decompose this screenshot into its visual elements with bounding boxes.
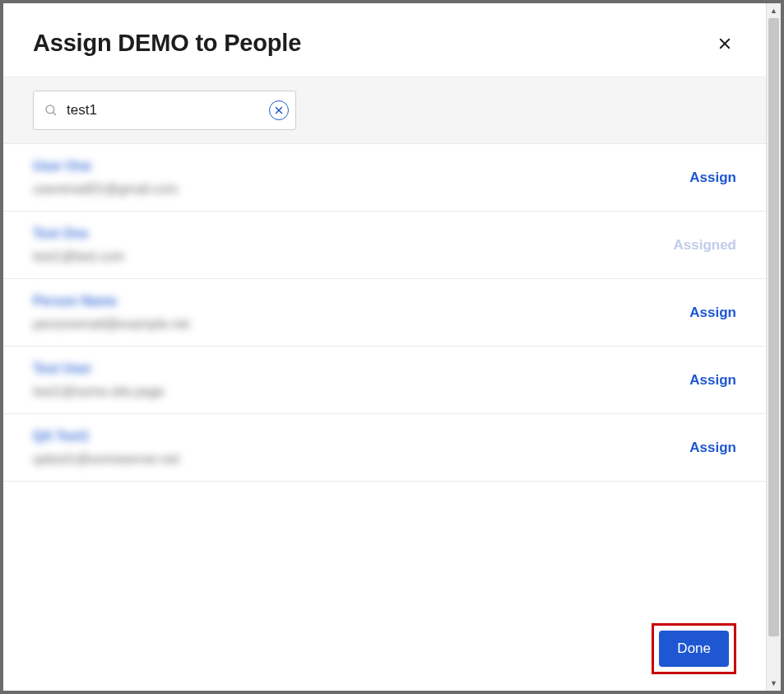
- person-name[interactable]: Test One: [33, 226, 124, 241]
- search-bar: [3, 77, 766, 144]
- scroll-thumb[interactable]: [768, 18, 779, 636]
- person-email: useremail01@gmail.com: [33, 182, 178, 197]
- clear-search-button[interactable]: [269, 100, 289, 120]
- modal-title: Assign DEMO to People: [33, 30, 301, 57]
- assign-button[interactable]: Assign: [689, 305, 736, 321]
- person-name[interactable]: Test User: [33, 361, 164, 376]
- person-row: Test One test1@test.com Assigned: [3, 212, 766, 279]
- person-name[interactable]: QA Test1: [33, 429, 179, 444]
- person-name[interactable]: User One: [33, 159, 178, 174]
- scroll-down-arrow[interactable]: ▼: [767, 676, 781, 691]
- person-row: Test User test1@some.site.page Assign: [3, 347, 766, 414]
- assign-button[interactable]: Assign: [689, 440, 736, 456]
- person-row: User One useremail01@gmail.com Assign: [3, 144, 766, 212]
- assigned-label: Assigned: [673, 237, 736, 254]
- people-list: User One useremail01@gmail.com Assign Te…: [3, 144, 766, 607]
- person-row: Person Name personemail@example.net Assi…: [3, 279, 766, 347]
- done-highlight: Done: [652, 623, 736, 674]
- search-icon: [44, 103, 58, 118]
- person-row: QA Test1 qatest1@someserver.net Assign: [3, 414, 766, 482]
- search-input[interactable]: [67, 102, 261, 119]
- person-email: test1@test.com: [33, 249, 124, 264]
- search-box[interactable]: [33, 91, 296, 130]
- person-name[interactable]: Person Name: [33, 294, 190, 309]
- scroll-up-arrow[interactable]: ▲: [767, 3, 781, 18]
- scroll-track[interactable]: [767, 18, 781, 676]
- svg-line-3: [53, 112, 56, 115]
- assign-button[interactable]: Assign: [689, 372, 736, 389]
- close-button[interactable]: [713, 32, 736, 55]
- done-button[interactable]: Done: [659, 631, 729, 667]
- person-email: qatest1@someserver.net: [33, 452, 179, 467]
- svg-point-2: [46, 105, 54, 114]
- modal-footer: Done: [3, 607, 766, 691]
- close-icon: [717, 36, 732, 51]
- x-icon: [274, 105, 284, 115]
- modal-header: Assign DEMO to People: [3, 3, 766, 77]
- person-email: test1@some.site.page: [33, 384, 164, 399]
- assign-button[interactable]: Assign: [689, 170, 736, 186]
- vertical-scrollbar[interactable]: ▲ ▼: [766, 3, 781, 691]
- person-email: personemail@example.net: [33, 317, 190, 332]
